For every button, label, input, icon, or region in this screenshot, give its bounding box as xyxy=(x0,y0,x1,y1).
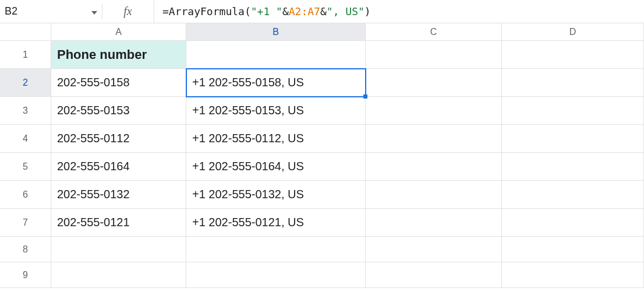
row-label: 4 xyxy=(23,134,28,144)
cell-value: +1 202-555-0132, US xyxy=(192,188,304,201)
row-header-8[interactable]: 8 xyxy=(0,237,51,262)
row-label: 9 xyxy=(23,270,28,280)
cell-C3[interactable] xyxy=(366,97,502,125)
row-header-3[interactable]: 3 xyxy=(0,97,51,125)
col-header-B[interactable]: B xyxy=(186,23,366,41)
row-label: 8 xyxy=(23,244,28,255)
row-header-2[interactable]: 2 xyxy=(0,69,51,97)
select-all-corner[interactable] xyxy=(0,23,51,41)
cell-A9[interactable] xyxy=(51,262,186,288)
cell-D6[interactable] xyxy=(502,181,644,209)
cell-B2[interactable]: +1 202-555-0158, US xyxy=(186,69,366,97)
cell-A4[interactable]: 202-555-0112 xyxy=(51,125,186,153)
cell-A5[interactable]: 202-555-0164 xyxy=(51,153,186,181)
cell-value: 202-555-0158 xyxy=(57,76,130,89)
cell-value: +1 202-555-0164, US xyxy=(192,160,304,173)
cell-C7[interactable] xyxy=(366,209,502,237)
cell-value: 202-555-0132 xyxy=(57,188,130,201)
cell-C2[interactable] xyxy=(366,69,502,97)
cell-C9[interactable] xyxy=(366,262,502,288)
row-label: 5 xyxy=(23,161,28,172)
cell-C8[interactable] xyxy=(366,237,502,262)
cell-B5[interactable]: +1 202-555-0164, US xyxy=(186,153,366,181)
cell-A1[interactable]: Phone number xyxy=(51,41,186,69)
col-label: A xyxy=(115,27,122,37)
cell-B4[interactable]: +1 202-555-0112, US xyxy=(186,125,366,153)
col-header-D[interactable]: D xyxy=(502,23,644,41)
row-header-6[interactable]: 6 xyxy=(0,181,51,209)
cell-C4[interactable] xyxy=(366,125,502,153)
cell-D1[interactable] xyxy=(502,41,644,69)
cell-value: 202-555-0164 xyxy=(57,160,130,173)
row-header-4[interactable]: 4 xyxy=(0,125,51,153)
row-header-9[interactable]: 9 xyxy=(0,262,51,288)
row-header-1[interactable]: 1 xyxy=(0,41,51,69)
cell-value: Phone number xyxy=(57,47,147,62)
cell-D4[interactable] xyxy=(502,125,644,153)
cell-D7[interactable] xyxy=(502,209,644,237)
cell-B6[interactable]: +1 202-555-0132, US xyxy=(186,181,366,209)
formula-input[interactable]: =ArrayFormula("+1 "&A2:A7&", US") xyxy=(154,0,644,23)
cell-B8[interactable] xyxy=(186,237,366,262)
cell-B1[interactable] xyxy=(186,41,366,69)
formula-token: & xyxy=(282,5,289,17)
cell-A2[interactable]: 202-555-0158 xyxy=(51,69,186,97)
cell-A3[interactable]: 202-555-0153 xyxy=(51,97,186,125)
col-label: B xyxy=(273,27,279,37)
formula-token: ) xyxy=(365,5,371,17)
name-box[interactable]: B2 xyxy=(0,0,102,23)
cell-D3[interactable] xyxy=(502,97,644,125)
cell-D8[interactable] xyxy=(502,237,644,262)
chevron-down-icon[interactable] xyxy=(91,5,97,17)
formula-token: A2:A7 xyxy=(289,5,320,17)
cell-D2[interactable] xyxy=(502,69,644,97)
formula-token: ( xyxy=(245,5,251,17)
formula-token: & xyxy=(320,5,327,17)
cell-C6[interactable] xyxy=(366,181,502,209)
cell-D5[interactable] xyxy=(502,153,644,181)
row-label: 1 xyxy=(23,50,28,60)
row-header-7[interactable]: 7 xyxy=(0,209,51,237)
row-label: 6 xyxy=(23,189,28,200)
col-header-C[interactable]: C xyxy=(366,23,502,41)
cell-value: 202-555-0112 xyxy=(57,132,130,145)
cell-value: +1 202-555-0158, US xyxy=(192,76,304,89)
cell-A6[interactable]: 202-555-0132 xyxy=(51,181,186,209)
cell-A8[interactable] xyxy=(51,237,186,262)
formula-token: "+1 " xyxy=(251,5,282,17)
spreadsheet-grid[interactable]: A B C D 1 Phone number 2 202-555-0158 +1… xyxy=(0,23,644,288)
row-label: 2 xyxy=(23,78,28,88)
row-label: 3 xyxy=(23,106,28,116)
cell-value: 202-555-0121 xyxy=(57,216,130,229)
cell-B7[interactable]: +1 202-555-0121, US xyxy=(186,209,366,237)
col-label: C xyxy=(430,27,437,37)
cell-value: +1 202-555-0112, US xyxy=(192,132,304,145)
fx-icon: fx xyxy=(102,0,154,23)
row-header-5[interactable]: 5 xyxy=(0,153,51,181)
formula-token: ArrayFormula xyxy=(169,5,245,17)
cell-B3[interactable]: +1 202-555-0153, US xyxy=(186,97,366,125)
cell-value: +1 202-555-0121, US xyxy=(192,216,304,229)
cell-A7[interactable]: 202-555-0121 xyxy=(51,209,186,237)
cell-D9[interactable] xyxy=(502,262,644,288)
col-header-A[interactable]: A xyxy=(51,23,186,41)
cell-B9[interactable] xyxy=(186,262,366,288)
formula-token: ", US" xyxy=(327,5,365,17)
cell-value: 202-555-0153 xyxy=(57,104,130,117)
cell-value: +1 202-555-0153, US xyxy=(192,104,304,117)
cell-C5[interactable] xyxy=(366,153,502,181)
formula-toolbar: B2 fx =ArrayFormula("+1 "&A2:A7&", US") xyxy=(0,0,644,23)
col-label: D xyxy=(569,27,576,37)
name-box-value: B2 xyxy=(5,5,17,17)
cell-C1[interactable] xyxy=(366,41,502,69)
row-label: 7 xyxy=(23,217,28,228)
formula-token: = xyxy=(162,5,169,17)
